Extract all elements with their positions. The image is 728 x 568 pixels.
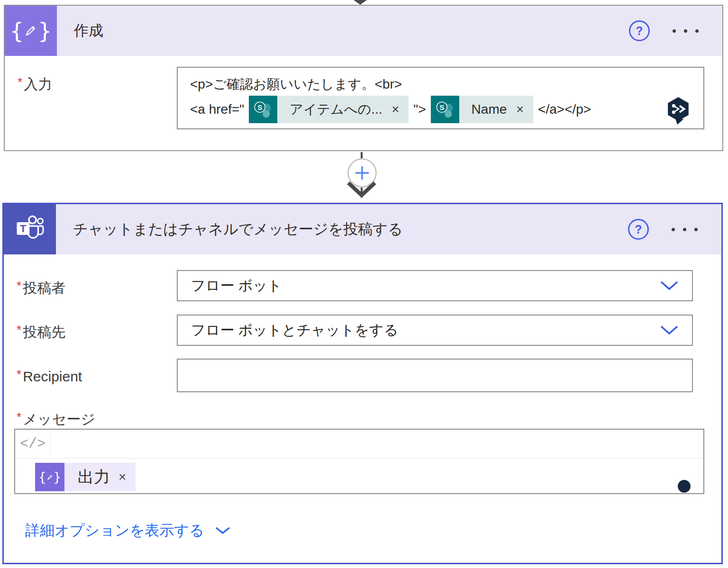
chevron-down-icon (660, 280, 679, 291)
sharepoint-icon: S (249, 96, 277, 123)
message-field-label: *メッセージ (17, 410, 95, 429)
input-field-label: *入力 (18, 75, 52, 94)
compose-card-header[interactable]: { } 作成 ? (5, 6, 722, 56)
recipient-field-label: *Recipient (17, 367, 82, 385)
help-icon[interactable]: ? (629, 20, 650, 41)
teams-action-icon: T (4, 204, 56, 254)
token-label: 出力 (78, 466, 110, 488)
dynamic-token-link-to-item[interactable]: S アイテムへの... × (249, 96, 409, 123)
token-remove-icon[interactable]: × (392, 102, 409, 117)
incoming-connector-arrow-icon (352, 0, 369, 5)
braces-pencil-icon: { } (10, 20, 52, 42)
plus-icon (354, 165, 370, 181)
compose-action-icon: { } (5, 6, 57, 56)
advanced-options-label: 詳細オプションを表示する (25, 521, 204, 541)
microsoft-teams-icon: T (14, 214, 46, 245)
token-remove-icon[interactable]: × (118, 469, 126, 485)
author-dropdown-value: フロー ボット (178, 276, 660, 296)
required-asterisk: * (17, 367, 21, 381)
author-dropdown[interactable]: フロー ボット (177, 270, 693, 301)
required-asterisk: * (18, 75, 22, 89)
svg-text:S: S (439, 103, 444, 111)
dynamic-token-name[interactable]: S Name × (431, 96, 533, 123)
compose-action-card: { } 作成 ? *入力 <p>ご確認お願いいたします。<br> <a href (4, 5, 723, 151)
dynamic-token-output[interactable]: { } 出力 × (35, 463, 136, 491)
href-mid-text: "> (413, 102, 426, 117)
author-field-label: *投稿者 (17, 279, 65, 298)
teams-post-message-card: T チャットまたはチャネルでメッセージを投稿する ? *投稿者 フロー ボット … (2, 203, 723, 564)
sharepoint-icon: S (431, 96, 459, 123)
post-in-field-label: *投稿先 (17, 323, 65, 342)
recipient-input-field[interactable] (178, 360, 692, 391)
required-asterisk: * (17, 410, 21, 424)
required-asterisk: * (17, 323, 21, 337)
required-asterisk: * (17, 279, 21, 293)
presence-dot-icon (678, 480, 691, 493)
dynamic-content-flow-icon[interactable] (665, 96, 691, 125)
message-toolbar: </> (15, 430, 703, 459)
svg-text:T: T (20, 223, 27, 234)
post-in-dropdown-value: フロー ボットとチャットをする (178, 321, 660, 340)
menu-ellipsis-icon[interactable] (673, 25, 699, 37)
input-html-line2: <a href=" S アイテムへの... × "> (190, 95, 591, 124)
token-label: Name (459, 102, 517, 117)
href-prefix-text: <a href=" (190, 102, 244, 117)
teams-card-title: チャットまたはチャネルでメッセージを投稿する (56, 204, 628, 254)
show-advanced-options-link[interactable]: 詳細オプションを表示する (25, 521, 231, 541)
html-suffix-text: </a></p> (538, 102, 591, 117)
compose-card-title: 作成 (57, 6, 629, 56)
code-view-icon[interactable]: </> (15, 430, 51, 458)
flow-designer-canvas: { } 作成 ? *入力 <p>ご確認お願いいたします。<br> <a href (0, 0, 728, 568)
post-in-dropdown[interactable]: フロー ボットとチャットをする (177, 315, 693, 346)
chevron-down-icon (215, 526, 231, 535)
message-richtext-field[interactable]: </> { } 出力 × (14, 429, 704, 494)
compose-input-field[interactable]: <p>ご確認お願いいたします。<br> <a href=" S アイテムへの..… (177, 67, 704, 129)
braces-pencil-icon: { } (35, 463, 64, 491)
chevron-down-icon (660, 325, 679, 335)
help-icon[interactable]: ? (628, 219, 649, 240)
token-remove-icon[interactable]: × (516, 102, 533, 117)
menu-ellipsis-icon[interactable] (672, 223, 698, 236)
teams-card-header[interactable]: T チャットまたはチャネルでメッセージを投稿する ? (4, 204, 721, 254)
token-label: アイテムへの... (277, 100, 391, 118)
input-html-line1: <p>ご確認お願いいたします。<br> (190, 75, 402, 93)
connector-arrow-icon (346, 180, 378, 198)
recipient-input[interactable] (177, 359, 693, 392)
svg-text:S: S (257, 103, 262, 111)
